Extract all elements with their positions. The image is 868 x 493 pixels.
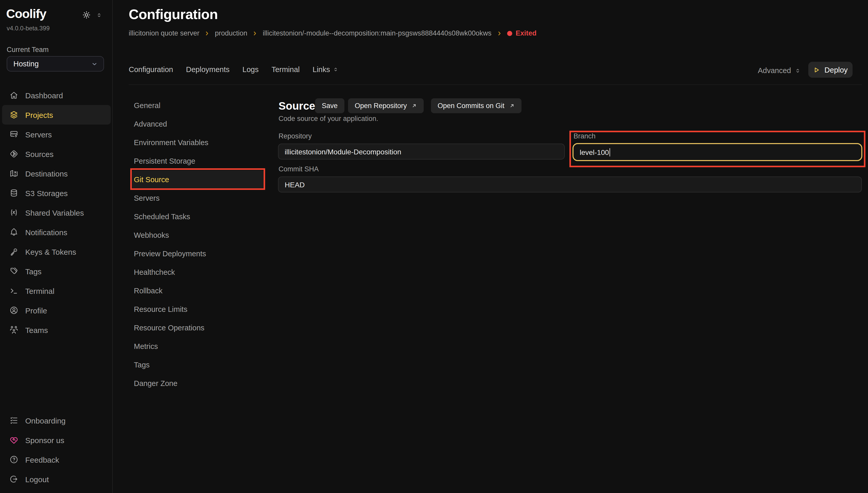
sidebar-item-dashboard[interactable]: Dashboard	[0, 85, 113, 105]
subnav-item-resource-operations[interactable]: Resource Operations	[132, 319, 264, 337]
tab-deployments[interactable]: Deployments	[186, 65, 230, 73]
breadcrumb-application[interactable]: illicitestonion/-module--decomposition:m…	[263, 29, 491, 37]
subnav-item-resource-limits[interactable]: Resource Limits	[132, 300, 264, 319]
app-logo: Coolify	[6, 7, 46, 21]
tab-logs[interactable]: Logs	[242, 65, 259, 73]
server-icon	[9, 130, 19, 139]
brand-selector-icon[interactable]	[96, 12, 103, 19]
sidebar-item-label: Projects	[25, 110, 53, 119]
open-repository-button[interactable]: Open Repository	[348, 98, 424, 113]
selector-icon	[333, 66, 339, 72]
chevron-right-icon	[496, 30, 502, 36]
deploy-button[interactable]: Deploy	[808, 62, 852, 78]
repository-label: Repository	[278, 132, 312, 140]
subnav-item-healthcheck[interactable]: Healthcheck	[132, 263, 264, 281]
commit-sha-input[interactable]: HEAD	[278, 176, 862, 192]
sidebar-item-tags[interactable]: Tags	[0, 261, 113, 281]
subnav-item-persistent-storage[interactable]: Persistent Storage	[132, 152, 264, 170]
subnav-item-tags[interactable]: Tags	[132, 356, 264, 374]
subnav-item-git-source[interactable]: Git Source	[132, 170, 264, 189]
tags-icon	[9, 266, 19, 276]
sidebar-item-projects[interactable]: Projects	[2, 105, 111, 125]
help-circle-icon	[9, 455, 19, 464]
external-link-icon	[411, 103, 417, 109]
sidebar-item-destinations[interactable]: Destinations	[0, 164, 113, 183]
subnav-item-metrics[interactable]: Metrics	[132, 337, 264, 356]
sidebar-item-sponsor-us[interactable]: Sponsor us	[0, 430, 113, 450]
subnav-item-webhooks[interactable]: Webhooks	[132, 226, 264, 244]
sidebar-item-terminal[interactable]: Terminal	[0, 281, 113, 301]
save-button[interactable]: Save	[315, 98, 344, 113]
text-caret	[610, 148, 610, 156]
subnav-item-advanced[interactable]: Advanced	[132, 115, 264, 133]
subnav-item-rollback[interactable]: Rollback	[132, 281, 264, 300]
play-icon	[813, 66, 820, 73]
sidebar-item-logout[interactable]: Logout	[0, 469, 113, 489]
tab-configuration[interactable]: Configuration	[129, 65, 173, 73]
sidebar-item-label: Notifications	[25, 228, 67, 236]
config-subnav: General Advanced Environment Variables P…	[132, 96, 264, 393]
subnav-item-environment-variables[interactable]: Environment Variables	[132, 133, 264, 152]
subnav-item-scheduled-tasks[interactable]: Scheduled Tasks	[132, 207, 264, 226]
sidebar-item-label: Feedback	[25, 455, 59, 464]
sidebar-item-teams[interactable]: Teams	[0, 320, 113, 340]
theme-sun-icon[interactable]	[82, 10, 91, 20]
sidebar-item-servers[interactable]: Servers	[0, 125, 113, 144]
sidebar-item-label: Dashboard	[25, 91, 63, 100]
sidebar-item-label: Servers	[25, 130, 52, 139]
external-link-icon	[509, 103, 515, 109]
sidebar-item-notifications[interactable]: Notifications	[0, 222, 113, 242]
sidebar-item-s3-storages[interactable]: S3 Storages	[0, 183, 113, 203]
commit-sha-value: HEAD	[285, 180, 305, 189]
open-repository-label: Open Repository	[355, 102, 407, 110]
source-section-description: Code source of your application.	[278, 115, 378, 123]
tab-links-label: Links	[313, 65, 330, 73]
advanced-menu[interactable]: Advanced	[758, 66, 801, 74]
status-badge: Exited	[507, 29, 536, 37]
coolify-app: Coolify v4.0.0-beta.399 Current Team Hos…	[0, 0, 868, 493]
sidebar-item-shared-variables[interactable]: Shared Variables	[0, 203, 113, 222]
app-version: v4.0.0-beta.399	[7, 25, 50, 32]
selector-icon	[794, 67, 801, 74]
source-section-title: Source	[278, 100, 315, 112]
sidebar-item-profile[interactable]: Profile	[0, 301, 113, 320]
chevron-down-icon	[91, 60, 98, 68]
subnav-item-servers[interactable]: Servers	[132, 189, 264, 207]
branch-input[interactable]: level-100	[572, 143, 862, 161]
tab-links[interactable]: Links	[313, 65, 339, 73]
sidebar-item-label: S3 Storages	[25, 189, 68, 197]
branch-label: Branch	[573, 132, 596, 140]
sidebar-item-label: Logout	[25, 475, 49, 484]
sidebar-item-label: Profile	[25, 306, 47, 315]
sidebar-item-feedback[interactable]: Feedback	[0, 450, 113, 469]
open-commits-button[interactable]: Open Commits on Git	[431, 98, 522, 113]
sidebar: Coolify v4.0.0-beta.399 Current Team Hos…	[0, 0, 113, 493]
sidebar-item-keys-tokens[interactable]: Keys & Tokens	[0, 242, 113, 261]
sidebar-item-onboarding[interactable]: Onboarding	[0, 411, 113, 430]
breadcrumb: illicitonion quote server production ill…	[129, 29, 536, 37]
sidebar-item-label: Keys & Tokens	[25, 247, 76, 256]
breadcrumb-environment[interactable]: production	[215, 29, 247, 37]
subnav-item-general[interactable]: General	[132, 96, 264, 115]
current-team-label: Current Team	[7, 46, 49, 53]
map-x-icon	[9, 169, 19, 178]
sidebar-item-sources[interactable]: Sources	[0, 144, 113, 164]
team-select[interactable]: Hosting	[7, 56, 104, 71]
sidebar-item-label: Shared Variables	[25, 208, 84, 217]
logout-icon	[9, 474, 19, 484]
tabs-divider	[129, 84, 862, 85]
subnav-item-preview-deployments[interactable]: Preview Deployments	[132, 244, 264, 263]
subnav-item-danger-zone[interactable]: Danger Zone	[132, 374, 264, 393]
repository-input[interactable]: illicitestonion/Module-Decomposition	[278, 144, 565, 159]
team-select-value: Hosting	[14, 60, 39, 68]
bell-icon	[9, 228, 19, 237]
branch-value: level-100	[580, 148, 609, 156]
breadcrumb-project[interactable]: illicitonion quote server	[129, 29, 199, 37]
sidebar-footer-nav: Onboarding Sponsor us Feedback Logout	[0, 411, 113, 489]
database-icon	[9, 188, 19, 198]
sidebar-item-label: Sources	[25, 150, 54, 158]
commit-sha-label: Commit SHA	[278, 165, 319, 173]
tab-terminal[interactable]: Terminal	[272, 65, 300, 73]
sidebar-item-label: Onboarding	[25, 416, 66, 425]
tab-bar: Configuration Deployments Logs Terminal …	[129, 65, 339, 73]
